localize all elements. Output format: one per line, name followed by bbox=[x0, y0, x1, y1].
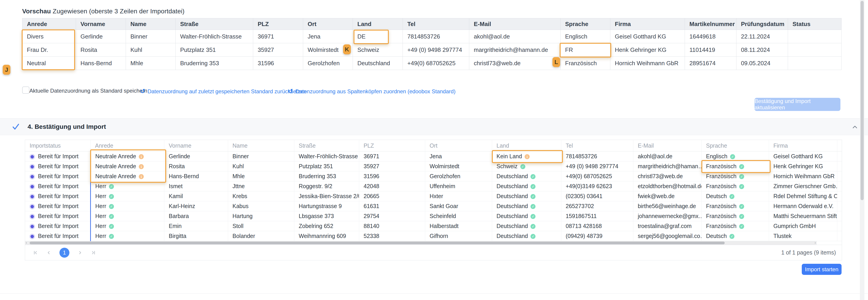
confirm-column-header: Anrede bbox=[90, 140, 164, 152]
confirm-table-row[interactable]: Bereit für Import Herr Barbara Hartung L… bbox=[25, 211, 842, 221]
next-page-button[interactable] bbox=[77, 250, 83, 255]
preview-column-header: Status bbox=[788, 18, 842, 30]
preview-header-row: AnredeVornameNameStraßePLZOrtLandTelE-Ma… bbox=[22, 18, 842, 30]
confirm-column-header: Ort bbox=[425, 140, 492, 152]
save-default-label: Aktuelle Datenzuordnung als Standard spe… bbox=[29, 88, 147, 94]
sprache-status-icon bbox=[739, 204, 744, 209]
cell-name: Hartung bbox=[228, 211, 294, 221]
cell-name: Kuhl bbox=[126, 43, 176, 57]
cell-strasse: Jessika-Bien-Strasse 2/0 bbox=[294, 191, 359, 201]
section-check-icon bbox=[12, 123, 20, 131]
cell-firma: Geisel Gotthard KG bbox=[610, 30, 685, 43]
cell-sprache: Französisch bbox=[702, 171, 769, 181]
cell-anrede: Neutral bbox=[22, 57, 76, 70]
cell-strasse: Zobelring 652 bbox=[294, 221, 359, 231]
anrede-status-icon bbox=[109, 204, 114, 209]
sprache-status-icon bbox=[739, 184, 744, 189]
cell-sprache: Französisch bbox=[702, 221, 769, 231]
cell-spacer bbox=[837, 211, 842, 221]
update-confirmation-button[interactable]: Bestätigung und Import aktualisieren bbox=[754, 98, 840, 111]
cell-vorname: Hans-Bernd bbox=[76, 57, 126, 70]
cell-importstatus: Bereit für Import bbox=[25, 171, 90, 181]
cell-land: Deutschland bbox=[492, 181, 561, 191]
confirm-table: ImportstatusAnredeVornameNameStraßePLZOr… bbox=[25, 140, 842, 241]
scroll-left-icon[interactable]: ‹ bbox=[26, 241, 27, 245]
cell-vorname: Rosita bbox=[164, 161, 228, 171]
pagination-bar: 1 1 of 1 pages (9 items) bbox=[25, 245, 842, 260]
cell-plz: 35927 bbox=[253, 43, 303, 57]
reset-mapping-link[interactable]: ↺Datenzuordnung auf zuletzt gespeicherte… bbox=[140, 88, 307, 95]
cell-plz: 52338 bbox=[359, 231, 425, 241]
cell-name: Kuhl bbox=[228, 161, 294, 171]
confirm-table-row[interactable]: Bereit für Import Neutrale Anrede Hans-B… bbox=[25, 171, 842, 181]
sprache-status-icon bbox=[730, 154, 735, 159]
scroll-right-icon[interactable]: › bbox=[815, 241, 816, 245]
confirm-table-row[interactable]: Bereit für Import Herr Karl-Heinz Kabus … bbox=[25, 201, 842, 211]
cell-anrede: Herr bbox=[90, 211, 164, 221]
chevron-up-icon[interactable] bbox=[852, 124, 858, 130]
confirm-table-row[interactable]: Bereit für Import Herr Ismet Jttne Rogge… bbox=[25, 181, 842, 191]
vertical-scrollbar-thumb[interactable] bbox=[861, 1, 864, 200]
cell-status bbox=[788, 57, 842, 70]
cell-email: margritheidrich@haman… bbox=[633, 161, 702, 171]
preview-column-header: Ort bbox=[303, 18, 353, 30]
cell-email: birthe56@weinhage.de bbox=[633, 201, 702, 211]
confirm-table-row[interactable]: Bereit für Import Herr Kamil Krebs Jessi… bbox=[25, 191, 842, 201]
map-from-headers-link[interactable]: ↺Datenzuordnung aus Spaltenköpfen zuordn… bbox=[288, 88, 456, 95]
cell-plz: 36971 bbox=[359, 152, 425, 161]
import-status-icon bbox=[31, 175, 34, 179]
confirm-table-row[interactable]: Bereit für Import Herr Birgitta Bolander… bbox=[25, 231, 842, 241]
cell-sprache: Deutsch bbox=[702, 231, 769, 241]
preview-column-header: Firma bbox=[610, 18, 685, 30]
anrede-status-icon bbox=[139, 154, 144, 159]
undo-icon: ↺ bbox=[140, 88, 145, 94]
cell-sprache: Deutsch bbox=[702, 191, 769, 201]
cell-email: akohl@aol.de bbox=[633, 152, 702, 161]
horizontal-scrollbar-thumb[interactable] bbox=[30, 242, 725, 244]
cell-vorname: Ismet bbox=[164, 181, 228, 191]
confirm-table-row[interactable]: Bereit für Import Neutrale Anrede Gerlin… bbox=[25, 152, 842, 161]
cell-pruefungsdatum: 09.05.2024 bbox=[737, 57, 788, 70]
confirm-column-header: Firma bbox=[769, 140, 837, 152]
cell-importstatus: Bereit für Import bbox=[25, 191, 90, 201]
cell-sprache: Englisch bbox=[561, 30, 610, 43]
last-page-button[interactable] bbox=[91, 250, 96, 255]
confirm-table-row[interactable]: Bereit für Import Herr Emin Stoll Zobelr… bbox=[25, 221, 842, 231]
current-page-button[interactable]: 1 bbox=[59, 248, 69, 258]
cell-email: christl73@web.de bbox=[633, 171, 702, 181]
cell-strasse: Roggestr. 9/2 bbox=[294, 181, 359, 191]
cell-tel: (09429) 48739 bbox=[561, 231, 633, 241]
cell-sprache: Französisch bbox=[702, 181, 769, 191]
preview-column-header: E-Mail bbox=[469, 18, 561, 30]
sprache-status-icon bbox=[739, 164, 744, 169]
prev-page-button[interactable] bbox=[46, 250, 52, 255]
cell-vorname: Gerlinde bbox=[164, 152, 228, 161]
first-page-button[interactable] bbox=[32, 250, 38, 255]
confirm-table-row[interactable]: Bereit für Import Neutrale Anrede Rosita… bbox=[25, 161, 842, 171]
cell-plz: 31596 bbox=[359, 171, 425, 181]
cell-tel: +49(0) 687052625 bbox=[403, 57, 469, 70]
cell-tel: 265273702 bbox=[561, 201, 633, 211]
cell-strasse: Putzplatz 351 bbox=[176, 43, 253, 57]
cell-tel: +49(0)3149 62623 bbox=[561, 181, 633, 191]
save-default-checkbox[interactable] bbox=[22, 86, 29, 94]
preview-column-header: Land bbox=[353, 18, 403, 30]
cell-land: Schweiz bbox=[492, 161, 561, 171]
cell-strasse: Bruderring 353 bbox=[294, 171, 359, 181]
vertical-scrollbar[interactable] bbox=[860, 0, 864, 300]
cell-land: Deutschland bbox=[492, 171, 561, 181]
cell-email: fwiek@web.de bbox=[633, 191, 702, 201]
preview-table-row: Divers Gerlinde Binner Walter-Fröhlich-S… bbox=[22, 30, 842, 43]
cell-importstatus: Bereit für Import bbox=[25, 161, 90, 171]
horizontal-scrollbar[interactable]: ‹ › bbox=[25, 241, 817, 245]
anrede-status-icon bbox=[109, 214, 114, 219]
land-status-icon bbox=[530, 194, 535, 199]
start-import-button[interactable]: Import starten bbox=[802, 264, 842, 275]
cell-land: Deutschland bbox=[492, 221, 561, 231]
cell-importstatus: Bereit für Import bbox=[25, 181, 90, 191]
land-status-icon bbox=[520, 164, 525, 169]
preview-column-header: Sprache bbox=[561, 18, 610, 30]
land-status-icon bbox=[530, 234, 535, 239]
chevron-right-icon bbox=[77, 250, 83, 255]
cell-tel: 08713 428168 bbox=[561, 221, 633, 231]
